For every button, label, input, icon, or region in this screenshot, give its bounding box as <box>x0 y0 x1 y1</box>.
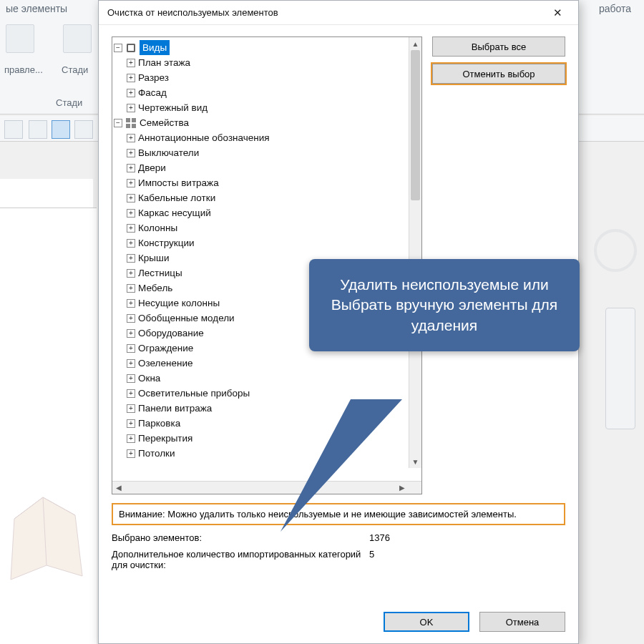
families-node-19[interactable]: Парковка <box>138 416 180 431</box>
tree-node-views[interactable]: Виды <box>140 40 170 55</box>
families-node-21[interactable]: Потолки <box>138 446 175 461</box>
families-node-6[interactable]: Колонны <box>138 220 177 235</box>
views-expand-0[interactable] <box>127 59 135 67</box>
dialog-title: Очистка от неиспользуемых элементов <box>107 7 542 18</box>
views-expand-2[interactable] <box>127 89 135 97</box>
properties-panel-tab: CE ✕ <box>0 179 93 208</box>
families-node-0[interactable]: Аннотационные обозначения <box>138 130 270 145</box>
toolbar-btn-active[interactable] <box>52 120 70 139</box>
expand-toggle-families[interactable] <box>114 119 122 127</box>
views-node-1[interactable]: Разрез <box>138 70 169 85</box>
ribbon-tab-left[interactable]: ые элементы <box>6 3 67 14</box>
select-all-button[interactable]: Выбрать все <box>432 36 565 57</box>
ribbon-tab-right[interactable]: работа <box>599 3 631 14</box>
drawing-area <box>0 208 97 644</box>
families-node-14[interactable]: Ограждение <box>138 341 193 356</box>
families-expand-19[interactable] <box>127 419 135 428</box>
families-node-10[interactable]: Мебель <box>138 280 172 296</box>
families-expand-4[interactable] <box>127 194 135 203</box>
views-node-0[interactable]: План этажа <box>138 55 190 70</box>
families-expand-3[interactable] <box>127 179 135 187</box>
families-node-9[interactable]: Лестницы <box>138 265 182 280</box>
families-node-1[interactable]: Выключатели <box>138 145 199 160</box>
families-expand-8[interactable] <box>127 254 135 263</box>
families-node-2[interactable]: Двери <box>138 160 166 175</box>
views-node-2[interactable]: Фасад <box>138 85 167 100</box>
deselect-all-button[interactable]: Отменить выбор <box>432 64 565 84</box>
navigation-bar[interactable] <box>605 308 635 429</box>
toolbar-btn-4[interactable] <box>74 120 93 139</box>
scroll-thumb[interactable] <box>411 50 420 200</box>
views-category-icon <box>125 42 137 54</box>
families-expand-12[interactable] <box>127 314 135 323</box>
families-node-4[interactable]: Кабельные лотки <box>138 190 215 205</box>
families-expand-1[interactable] <box>127 149 135 157</box>
families-expand-0[interactable] <box>127 134 135 142</box>
scroll-down-arrow-icon[interactable]: ▼ <box>409 455 421 468</box>
families-expand-2[interactable] <box>127 164 135 172</box>
families-node-16[interactable]: Окна <box>138 371 160 386</box>
expand-toggle-views[interactable] <box>114 44 122 52</box>
cancel-button[interactable]: Отмена <box>479 612 565 632</box>
views-expand-3[interactable] <box>127 104 135 112</box>
toolbar-btn-1[interactable] <box>4 120 23 139</box>
families-node-11[interactable]: Несущие колонны <box>138 296 220 311</box>
families-node-13[interactable]: Оборудование <box>138 326 204 341</box>
extra-categories-value: 5 <box>369 549 374 570</box>
families-node-20[interactable]: Перекрытия <box>138 431 192 446</box>
viewcube[interactable] <box>594 229 637 272</box>
families-expand-6[interactable] <box>127 224 135 233</box>
families-expand-13[interactable] <box>127 329 135 338</box>
families-expand-17[interactable] <box>127 389 135 398</box>
tree-node-families[interactable]: Семейства <box>140 115 189 130</box>
families-expand-15[interactable] <box>127 359 135 368</box>
svg-marker-0 <box>11 497 82 580</box>
views-node-3[interactable]: Чертежный вид <box>138 100 208 115</box>
families-expand-5[interactable] <box>127 209 135 218</box>
families-node-18[interactable]: Панели витража <box>138 401 212 416</box>
tree-vertical-scrollbar[interactable]: ▲ ▼ <box>409 37 421 468</box>
families-expand-14[interactable] <box>127 344 135 353</box>
scroll-up-arrow-icon[interactable]: ▲ <box>409 37 421 50</box>
ribbon-button-2[interactable] <box>63 24 92 53</box>
families-category-icon <box>125 117 137 129</box>
families-node-8[interactable]: Крыши <box>138 250 169 265</box>
families-expand-18[interactable] <box>127 404 135 413</box>
element-tree[interactable]: Виды План этажаРазрезФасадЧертежный вид … <box>114 40 420 461</box>
families-node-17[interactable]: Осветительные приборы <box>138 386 250 401</box>
families-node-5[interactable]: Каркас несущий <box>138 205 211 220</box>
ribbon-panel-label-1: правле... <box>4 64 43 75</box>
annotation-callout: Удалить неиспользуемые или Выбрать вручн… <box>309 259 580 351</box>
toolbar-btn-2[interactable] <box>29 120 47 139</box>
families-expand-7[interactable] <box>127 239 135 248</box>
families-expand-11[interactable] <box>127 299 135 308</box>
families-node-12[interactable]: Обобщенные модели <box>138 311 235 326</box>
scroll-left-arrow-icon[interactable]: ◀ <box>112 482 125 494</box>
ribbon-panel-label-2: Стади <box>62 64 88 75</box>
ribbon-button-1[interactable] <box>6 24 34 53</box>
families-expand-21[interactable] <box>127 449 135 458</box>
extra-categories-label: Дополнительное количество импортированны… <box>112 549 369 570</box>
views-expand-1[interactable] <box>127 74 135 82</box>
families-expand-20[interactable] <box>127 434 135 443</box>
close-icon[interactable]: ✕ <box>542 3 572 23</box>
families-expand-16[interactable] <box>127 374 135 383</box>
families-expand-10[interactable] <box>127 284 135 293</box>
stats-block: Выбрано элементов: 1376 Дополнительное к… <box>112 532 565 576</box>
ribbon-group-label: Стади <box>56 97 82 108</box>
families-expand-9[interactable] <box>127 269 135 278</box>
ok-button[interactable]: OK <box>384 612 469 632</box>
families-node-15[interactable]: Озеленение <box>138 356 192 371</box>
dialog-titlebar: Очистка от неиспользуемых элементов ✕ <box>99 1 578 25</box>
families-node-7[interactable]: Конструкции <box>138 235 195 250</box>
families-node-3[interactable]: Импосты витража <box>138 175 219 190</box>
3d-model-preview <box>4 458 89 587</box>
annotation-callout-tail <box>280 399 409 535</box>
svg-marker-1 <box>280 399 402 532</box>
